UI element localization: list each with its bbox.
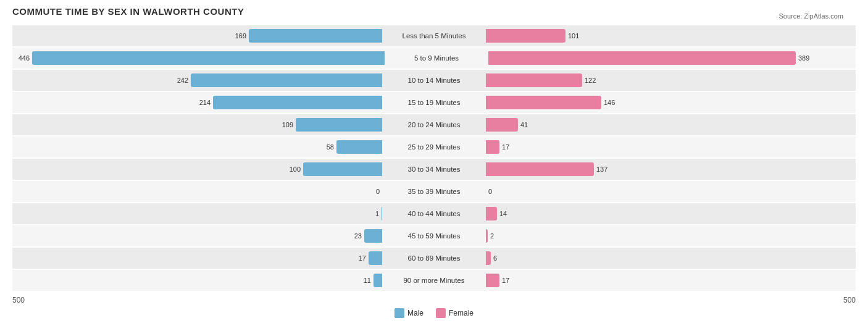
- bar-female: [486, 29, 565, 43]
- value-female: 0: [488, 188, 506, 195]
- value-male: 242: [171, 77, 188, 84]
- value-male: 214: [193, 99, 211, 106]
- bar-male: [382, 207, 382, 220]
- table-row: 1760 to 89 Minutes6: [12, 248, 856, 269]
- legend-female: Female: [436, 308, 474, 318]
- bar-female: [486, 73, 582, 87]
- value-female: 2: [490, 232, 507, 240]
- legend-male-label: Male: [407, 309, 424, 317]
- value-male: 11: [354, 277, 371, 284]
- bar-male: [32, 51, 385, 65]
- value-male: 58: [317, 143, 334, 151]
- table-row: 035 to 39 Minutes0: [12, 181, 856, 202]
- value-female: 101: [568, 32, 585, 40]
- bar-male: [191, 73, 382, 87]
- value-male: 23: [344, 232, 362, 240]
- value-male: 109: [276, 121, 293, 128]
- row-label: 20 to 24 Minutes: [385, 121, 483, 128]
- bar-male: [213, 96, 382, 109]
- table-row: 140 to 44 Minutes14: [12, 203, 856, 224]
- chart-title: COMMUTE TIME BY SEX IN WALWORTH COUNTY: [12, 6, 856, 17]
- value-female: 14: [499, 210, 517, 217]
- legend-female-label: Female: [449, 309, 474, 317]
- value-female: 389: [798, 54, 816, 62]
- row-label: 60 to 89 Minutes: [385, 254, 483, 262]
- legend-female-box: [436, 308, 446, 318]
- legend-male-box: [394, 308, 404, 318]
- bar-male: [369, 251, 382, 265]
- table-row: 2345 to 59 Minutes2: [12, 225, 856, 246]
- value-male: 0: [362, 188, 380, 195]
- row-label: 10 to 14 Minutes: [385, 77, 483, 84]
- value-female: 17: [502, 143, 519, 151]
- bar-male: [303, 162, 382, 176]
- bar-female: [486, 96, 601, 109]
- value-female: 6: [493, 254, 511, 262]
- table-row: 10920 to 24 Minutes41: [12, 114, 856, 135]
- bar-male: [364, 229, 382, 243]
- bar-male: [336, 140, 382, 154]
- table-row: 10030 to 34 Minutes137: [12, 159, 856, 180]
- value-male: 17: [349, 254, 366, 262]
- value-male: 169: [229, 32, 246, 40]
- bar-female: [486, 207, 497, 220]
- row-label: 15 to 19 Minutes: [385, 99, 483, 106]
- row-label: 35 to 39 Minutes: [385, 188, 483, 195]
- bar-male: [296, 118, 382, 132]
- table-row: 5825 to 29 Minutes17: [12, 136, 856, 157]
- axis-right: 500: [843, 296, 856, 304]
- row-label: 5 to 9 Minutes: [387, 54, 486, 62]
- bar-female: [488, 51, 796, 65]
- legend: Male Female: [12, 308, 856, 318]
- bar-female: [486, 251, 491, 265]
- value-female: 17: [502, 277, 519, 284]
- value-female: 137: [596, 166, 614, 173]
- bar-male: [373, 274, 382, 287]
- value-male: 1: [362, 210, 379, 217]
- bar-female: [486, 140, 499, 154]
- row-label: 45 to 59 Minutes: [385, 232, 483, 240]
- axis-labels: 500 500: [12, 296, 856, 304]
- row-label: 90 or more Minutes: [385, 277, 483, 284]
- bar-female: [486, 229, 488, 243]
- row-label: 25 to 29 Minutes: [385, 143, 483, 151]
- value-male: 100: [283, 166, 301, 173]
- bar-female: [486, 162, 594, 176]
- value-female: 146: [604, 99, 621, 106]
- row-label: 30 to 34 Minutes: [385, 166, 483, 173]
- value-female: 122: [585, 77, 602, 84]
- value-male: 446: [12, 54, 30, 62]
- table-row: 4465 to 9 Minutes389: [12, 48, 856, 69]
- bar-female: [486, 274, 499, 287]
- table-row: 21415 to 19 Minutes146: [12, 92, 856, 113]
- source-label: Source: ZipAtlas.com: [778, 12, 843, 20]
- chart-rows: 169Less than 5 Minutes1014465 to 9 Minut…: [12, 25, 856, 291]
- table-row: 169Less than 5 Minutes101: [12, 25, 856, 46]
- value-female: 41: [520, 121, 538, 128]
- bar-male: [249, 29, 382, 43]
- row-label: 40 to 44 Minutes: [385, 210, 483, 217]
- table-row: 1190 or more Minutes17: [12, 270, 856, 291]
- table-row: 24210 to 14 Minutes122: [12, 70, 856, 91]
- axis-left: 500: [12, 296, 25, 304]
- legend-male: Male: [394, 308, 424, 318]
- bar-female: [486, 118, 518, 132]
- row-label: Less than 5 Minutes: [385, 32, 483, 40]
